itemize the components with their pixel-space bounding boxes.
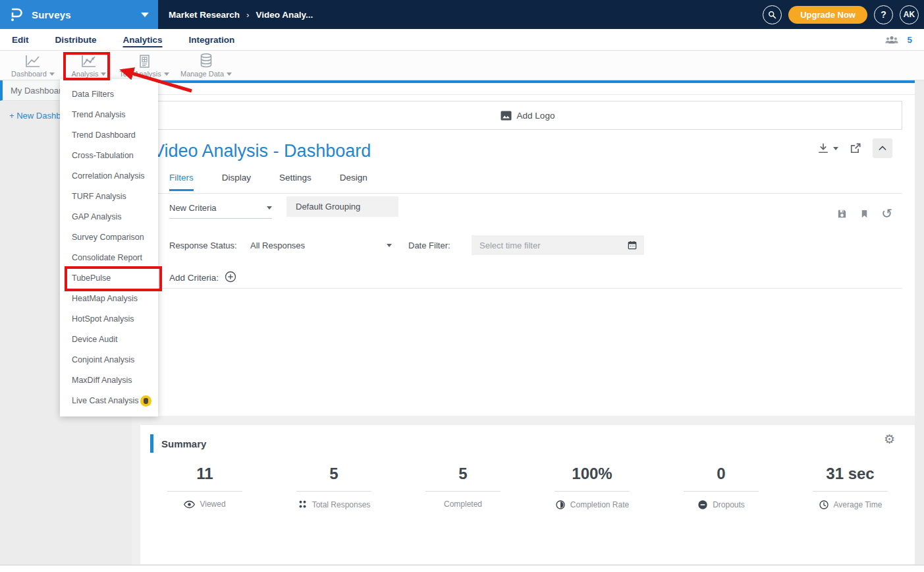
menu-item-consolidate-report[interactable]: Consolidate Report (60, 248, 158, 268)
tab-edit[interactable]: Edit (12, 35, 29, 45)
share-button[interactable] (849, 142, 862, 155)
eye-icon (184, 500, 195, 509)
summary-title: Summary (161, 438, 206, 449)
toolbar-dashboard-label: Dashboard (11, 70, 47, 78)
avatar-initials: AK (904, 10, 915, 19)
breadcrumb: Market Research › Video Analy... (169, 0, 313, 29)
stat-label: Total Responses (312, 500, 371, 509)
menu-item-conjoint-analysis[interactable]: Conjoint Analysis (60, 350, 158, 370)
live-cast-label: Live Cast Analysis (72, 396, 138, 405)
toolbar-text-analysis-button[interactable]: Text Analysis (117, 53, 171, 80)
menu-item-turf-analysis[interactable]: TURF Analysis (60, 186, 158, 207)
help-button[interactable]: ? (874, 5, 893, 24)
save-button[interactable] (836, 208, 848, 219)
add-criteria-button[interactable] (224, 270, 237, 283)
criteria-dropdown[interactable]: New Criteria (169, 203, 272, 219)
text-analysis-icon (137, 53, 151, 69)
divider (153, 193, 902, 194)
stat-completion-rate: 100% Completion Rate (528, 465, 657, 510)
stat-value: 11 (140, 465, 269, 483)
tab-settings[interactable]: Settings (279, 173, 312, 191)
menu-item-maxdiff-analysis[interactable]: MaxDiff Analysis (60, 370, 158, 391)
tab-analytics[interactable]: Analytics (123, 35, 163, 45)
toolbar-dashboard-button[interactable]: Dashboard (8, 53, 58, 80)
criteria-dropdown-value: New Criteria (169, 203, 217, 213)
chevron-down-icon (49, 72, 55, 76)
tab-distribute[interactable]: Distribute (55, 35, 97, 45)
completion-rate-icon (555, 500, 566, 510)
analysis-dropdown-menu: Data Filters Trend Analysis Trend Dashbo… (60, 79, 158, 416)
summary-card: Summary ⚙ 11 Viewed 5 Total Responses 5 … (140, 425, 915, 564)
tab-display[interactable]: Display (222, 173, 251, 191)
stat-average-time: 31 sec Average Time (786, 465, 915, 510)
menu-item-survey-comparison[interactable]: Survey Comparison (60, 227, 158, 248)
menu-item-gap-analysis[interactable]: GAP Analysis (60, 207, 158, 227)
date-filter-label: Date Filter: (408, 241, 450, 250)
stat-value: 0 (657, 465, 786, 483)
bookmark-button[interactable] (859, 208, 869, 219)
analytics-toolbar: Dashboard Analysis Text Analysis Manage … (0, 51, 924, 80)
divider (555, 491, 630, 492)
chevron-down-icon (141, 13, 149, 17)
divider (684, 491, 759, 492)
content-top-accent (132, 80, 915, 83)
tab-filters[interactable]: Filters (169, 173, 194, 191)
menu-item-tubepulse[interactable]: TubePulse (60, 268, 158, 289)
stat-value: 31 sec (786, 465, 915, 483)
collaborators-count[interactable]: 5 (907, 35, 912, 45)
share-icon (849, 142, 862, 155)
survey-nav-row: Edit Distribute Analytics Integration 5 (0, 29, 924, 51)
grouping-field[interactable]: Default Grouping (286, 196, 398, 217)
menu-item-correlation-analysis[interactable]: Correlation Analysis (60, 166, 158, 186)
top-header: Surveys Market Research › Video Analy...… (0, 0, 924, 29)
download-icon (817, 142, 830, 155)
avatar[interactable]: AK (900, 5, 919, 24)
breadcrumb-current[interactable]: Video Analy... (256, 10, 313, 20)
tab-design[interactable]: Design (340, 173, 367, 191)
collapse-section-button[interactable] (873, 138, 892, 158)
collaborators-icon[interactable] (884, 35, 899, 45)
menu-item-data-filters[interactable]: Data Filters (60, 84, 158, 105)
menu-item-cross-tabulation[interactable]: Cross-Tabulation (60, 146, 158, 166)
toolbar-manage-data-button[interactable]: Manage Data (179, 53, 233, 80)
download-button[interactable] (817, 142, 838, 155)
response-status-dropdown[interactable]: All Responses (250, 241, 392, 250)
divider (425, 491, 501, 492)
calendar-icon (627, 240, 638, 250)
search-icon (767, 10, 777, 20)
divider (153, 288, 902, 289)
plus-circle-icon (224, 270, 237, 283)
reset-button[interactable]: ↺ (881, 207, 892, 220)
menu-item-trend-dashboard[interactable]: Trend Dashboard (60, 125, 158, 146)
chevron-down-icon (164, 72, 169, 76)
search-button[interactable] (763, 5, 782, 24)
add-logo-button[interactable]: Add Logo (153, 101, 902, 130)
toolbar-analysis-label: Analysis (72, 70, 99, 78)
stat-label: Completed (444, 500, 482, 509)
upgrade-now-button[interactable]: Upgrade Now (788, 6, 867, 24)
menu-item-hotspot-analysis[interactable]: HotSpot Analysis (60, 309, 158, 329)
bottom-strip (0, 565, 924, 572)
questionpro-logo-icon (9, 7, 24, 22)
help-icon: ? (881, 9, 886, 20)
analysis-chart-icon (80, 53, 97, 69)
menu-item-heatmap-analysis[interactable]: HeatMap Analysis (60, 289, 158, 309)
date-filter-placeholder: Select time filter (479, 241, 540, 250)
dashboard-chart-icon (24, 53, 41, 69)
toolbar-analysis-button[interactable]: Analysis (68, 53, 110, 80)
menu-item-live-cast-analysis[interactable]: Live Cast Analysis (60, 391, 158, 411)
toolbar-manage-data-label: Manage Data (180, 70, 224, 78)
menu-item-device-audit[interactable]: Device Audit (60, 329, 158, 350)
dropouts-minus-icon (697, 500, 708, 510)
response-status-value: All Responses (250, 241, 305, 250)
tab-integration[interactable]: Integration (189, 35, 235, 45)
surveys-menu-button[interactable]: Surveys (0, 0, 158, 29)
summary-settings-gear-icon[interactable]: ⚙ (884, 433, 895, 445)
date-filter-field[interactable]: Select time filter (472, 235, 644, 255)
chevron-down-icon (387, 244, 392, 247)
divider (813, 491, 888, 492)
breadcrumb-parent[interactable]: Market Research (169, 10, 240, 20)
stat-value: 100% (528, 465, 657, 483)
menu-item-trend-analysis[interactable]: Trend Analysis (60, 105, 158, 125)
add-logo-label: Add Logo (517, 111, 555, 121)
